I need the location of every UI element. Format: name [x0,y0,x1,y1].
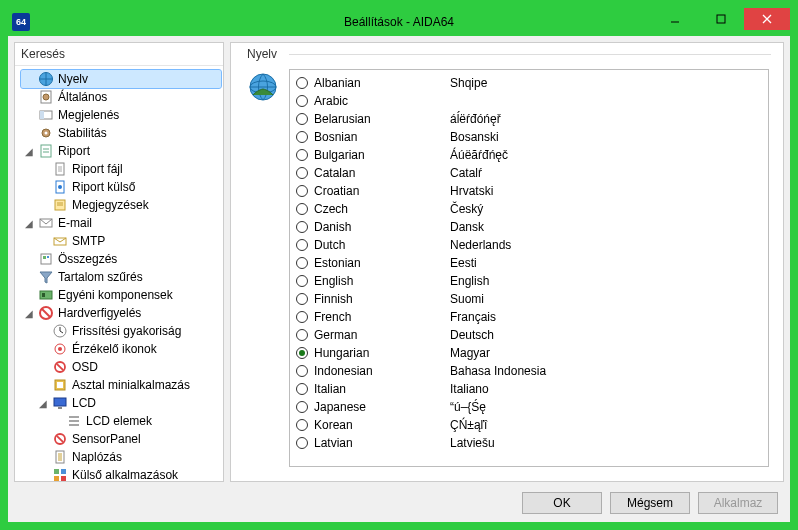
collapse-icon[interactable]: ◢ [38,398,48,409]
close-button[interactable] [744,8,790,30]
tree-item-hardver[interactable]: ◢Hardverfigyelés [21,304,221,322]
radio-icon[interactable] [296,239,308,251]
radio-icon[interactable] [296,365,308,377]
language-option[interactable]: AlbanianShqipe [296,74,762,92]
language-option[interactable]: DutchNederlands [296,236,762,254]
radio-icon[interactable] [296,203,308,215]
tree-item-altalanos[interactable]: Általános [21,88,221,106]
language-option[interactable]: LatvianLatviešu [296,434,762,452]
language-option[interactable]: FinnishSuomi [296,290,762,308]
language-native-label: Suomi [450,292,484,306]
language-option[interactable]: CroatianHrvatski [296,182,762,200]
group-label: Nyelv [243,47,281,61]
radio-icon[interactable] [296,185,308,197]
tree-item-riport[interactable]: ◢Riport [21,142,221,160]
tree-item-naplozas[interactable]: Naplózás [35,448,221,466]
language-option[interactable]: EstonianEesti [296,254,762,272]
radio-icon[interactable] [296,437,308,449]
language-list[interactable]: AlbanianShqipeArabicBelarusianáĺëŕđóńęřB… [290,70,768,466]
language-option[interactable]: ItalianItaliano [296,380,762,398]
language-option[interactable]: KoreanÇŃ±ąľî [296,416,762,434]
tree-item-label: Riport fájl [72,162,123,176]
svg-rect-27 [54,398,66,406]
report-icon [38,143,54,159]
tree-item-riport-fajl[interactable]: Riport fájl [35,160,221,178]
tree-item-riport-kulso[interactable]: Riport külső [35,178,221,196]
language-option[interactable]: EnglishEnglish [296,272,762,290]
radio-icon[interactable] [296,347,308,359]
collapse-icon[interactable]: ◢ [24,146,34,157]
svg-point-7 [45,132,48,135]
radio-icon[interactable] [296,311,308,323]
radio-icon[interactable] [296,95,308,107]
language-english-label: Albanian [314,76,444,90]
cancel-button[interactable]: Mégsem [610,492,690,514]
radio-icon[interactable] [296,419,308,431]
tree-item-sensorpanel[interactable]: SensorPanel [35,430,221,448]
language-option[interactable]: GermanDeutsch [296,326,762,344]
svg-rect-17 [47,256,49,258]
tree-item-megjelenes[interactable]: Megjelenés [21,106,221,124]
language-english-label: Czech [314,202,444,216]
language-option[interactable]: Japanese“ú–{Śę [296,398,762,416]
titlebar[interactable]: 64 Beállítások - AIDA64 [8,8,790,36]
tree-item-email[interactable]: ◢E-mail [21,214,221,232]
language-native-label: Dansk [450,220,484,234]
globe-icon [38,71,54,87]
language-option[interactable]: HungarianMagyar [296,344,762,362]
language-option[interactable]: CatalanCatalŕ [296,164,762,182]
radio-icon[interactable] [296,329,308,341]
clock-icon [52,323,68,339]
language-native-label: English [450,274,489,288]
radio-icon[interactable] [296,257,308,269]
tree-item-stabilitas[interactable]: Stabilitás [21,124,221,142]
language-option[interactable]: FrenchFrançais [296,308,762,326]
radio-icon[interactable] [296,167,308,179]
tree-item-egyeni[interactable]: Egyéni komponensek [21,286,221,304]
radio-icon[interactable] [296,113,308,125]
radio-icon[interactable] [296,131,308,143]
category-tree[interactable]: NyelvÁltalánosMegjelenésStabilitás◢Ripor… [15,66,223,481]
language-option[interactable]: Belarusianáĺëŕđóńęř [296,110,762,128]
language-option[interactable]: IndonesianBahasa Indonesia [296,362,762,380]
collapse-icon[interactable]: ◢ [24,218,34,229]
svg-rect-32 [61,469,66,474]
svg-rect-30 [56,451,64,463]
language-list-box: AlbanianShqipeArabicBelarusianáĺëŕđóńęřB… [289,69,769,467]
tree-item-label: Nyelv [58,72,88,86]
language-english-label: Bulgarian [314,148,444,162]
tree-item-smtp[interactable]: SMTP [35,232,221,250]
apply-button[interactable]: Alkalmaz [698,492,778,514]
tree-item-label: Stabilitás [58,126,107,140]
maximize-button[interactable] [698,8,744,30]
layout-icon [38,107,54,123]
ok-button[interactable]: OK [522,492,602,514]
language-option[interactable]: CzechČeský [296,200,762,218]
tree-item-lcd-elemek[interactable]: LCD elemek [49,412,221,430]
language-option[interactable]: BulgarianÁúëăŕđńęč [296,146,762,164]
radio-icon[interactable] [296,383,308,395]
radio-icon[interactable] [296,275,308,287]
language-option[interactable]: BosnianBosanski [296,128,762,146]
radio-icon[interactable] [296,149,308,161]
radio-icon[interactable] [296,401,308,413]
radio-icon[interactable] [296,77,308,89]
tree-item-osszegzes[interactable]: Összegzés [21,250,221,268]
radio-icon[interactable] [296,293,308,305]
minimize-button[interactable] [652,8,698,30]
tree-item-erzekelo[interactable]: Érzékelő ikonok [35,340,221,358]
tree-item-tartalom[interactable]: Tartalom szűrés [21,268,221,286]
tree-item-megjegyzesek[interactable]: Megjegyzések [35,196,221,214]
radio-icon[interactable] [296,221,308,233]
language-option[interactable]: DanishDansk [296,218,762,236]
language-option[interactable]: Arabic [296,92,762,110]
tree-item-asztal[interactable]: Asztal minialkalmazás [35,376,221,394]
language-native-label: Italiano [450,382,489,396]
tree-item-nyelv[interactable]: Nyelv [21,70,221,88]
tree-item-frissitesi[interactable]: Frissítési gyakoriság [35,322,221,340]
tree-item-osd[interactable]: OSD [35,358,221,376]
tree-item-lcd[interactable]: ◢LCD [35,394,221,412]
tree-item-kulso[interactable]: Külső alkalmazások [35,466,221,481]
client-area: Keresés NyelvÁltalánosMegjelenésStabilit… [8,36,790,522]
collapse-icon[interactable]: ◢ [24,308,34,319]
